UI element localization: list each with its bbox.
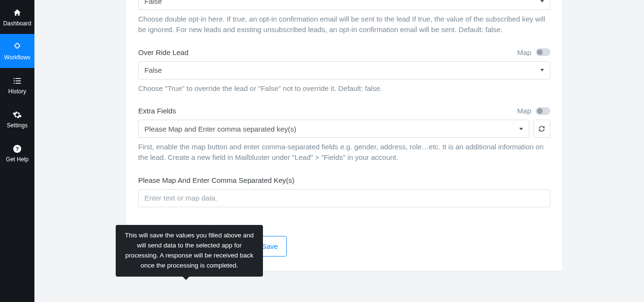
gear-icon: [12, 110, 22, 120]
svg-rect-1: [16, 78, 21, 79]
field-label: Extra Fields: [138, 107, 176, 115]
main-area: False Choose double opt-in here. If true…: [34, 0, 644, 302]
sidebar-item-settings[interactable]: Settings: [0, 102, 34, 136]
double-opt-in-select[interactable]: False: [138, 0, 550, 10]
sidebar-item-help[interactable]: ? Get Help: [0, 136, 34, 170]
map-label: Map: [517, 107, 531, 115]
sidebar-item-label: Get Help: [6, 157, 28, 162]
map-control: Map: [517, 48, 550, 56]
field-comma-keys: Please Map And Enter Comma Separated Key…: [138, 176, 550, 207]
chevron-down-icon: [540, 69, 544, 71]
select-value: False: [144, 66, 162, 74]
chevron-down-icon: [519, 128, 523, 130]
chevron-down-icon: [540, 0, 544, 2]
home-icon: [12, 8, 22, 18]
sidebar-item-history[interactable]: History: [0, 68, 34, 102]
svg-rect-2: [14, 80, 15, 81]
svg-text:?: ?: [15, 145, 19, 152]
field-double-opt-in: False Choose double opt-in here. If true…: [138, 0, 550, 35]
svg-rect-5: [16, 83, 21, 84]
svg-rect-4: [14, 83, 15, 84]
map-toggle[interactable]: [536, 48, 550, 56]
sidebar-item-workflows[interactable]: Workflows: [0, 34, 34, 68]
input-placeholder: Enter text or map data.: [144, 194, 218, 202]
svg-rect-3: [16, 80, 21, 81]
select-value: False: [144, 0, 162, 5]
workflows-icon: [12, 42, 22, 52]
tooltip: This will save the values you filled abo…: [116, 225, 263, 277]
sidebar-item-label: Dashboard: [3, 21, 32, 26]
sidebar-item-label: History: [8, 89, 26, 94]
refresh-button[interactable]: [533, 120, 550, 138]
help-text: Choose "True" to override the lead or "F…: [138, 83, 550, 94]
combo-placeholder: Please Map and Enter comma separated key…: [144, 125, 296, 133]
list-icon: [12, 76, 22, 86]
help-text: First, enable the map button and enter c…: [138, 142, 550, 163]
help-text: Choose double opt-in here. If true, an o…: [138, 14, 550, 35]
svg-rect-0: [14, 78, 15, 79]
sidebar-item-label: Workflows: [4, 55, 30, 60]
field-label: Please Map And Enter Comma Separated Key…: [138, 176, 295, 184]
extra-fields-combo[interactable]: Please Map and Enter comma separated key…: [138, 120, 529, 138]
field-label: Over Ride Lead: [138, 48, 188, 56]
map-toggle[interactable]: [536, 107, 550, 115]
help-icon: ?: [12, 144, 22, 154]
refresh-icon: [538, 125, 545, 132]
field-override-lead: Over Ride Lead Map False Choose "True" t…: [138, 48, 550, 94]
map-control: Map: [517, 107, 550, 115]
sidebar: Dashboard Workflows History Settings ? G…: [0, 0, 34, 302]
override-lead-select[interactable]: False: [138, 61, 550, 79]
field-extra-fields: Extra Fields Map Please Map and Enter co…: [138, 107, 550, 163]
sidebar-item-label: Settings: [7, 123, 27, 128]
comma-keys-input[interactable]: Enter text or map data.: [138, 189, 550, 207]
sidebar-item-dashboard[interactable]: Dashboard: [0, 0, 34, 34]
map-label: Map: [517, 48, 531, 56]
